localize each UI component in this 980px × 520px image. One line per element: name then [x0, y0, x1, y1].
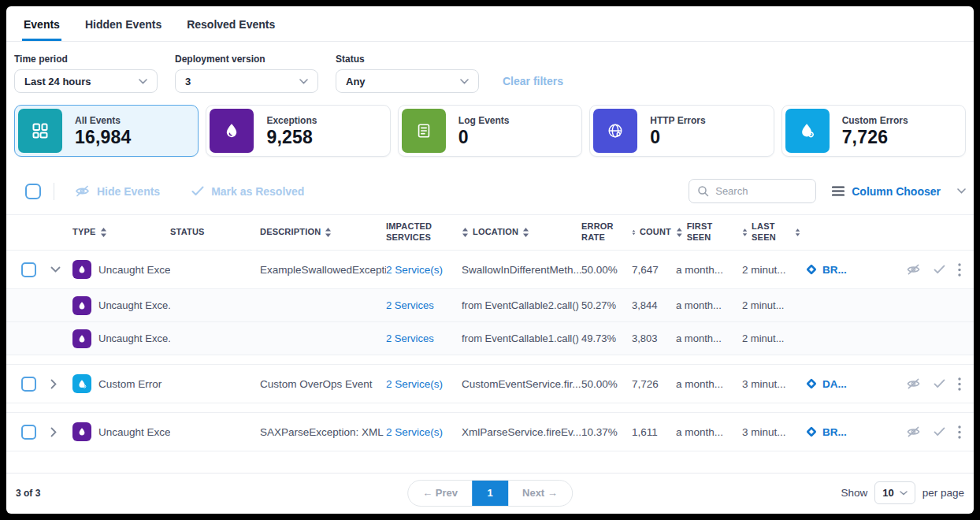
card-value: 16,984	[75, 127, 132, 148]
impacted-services-link[interactable]: 2 Service(s)	[386, 378, 443, 390]
select-all-checkbox[interactable]	[25, 184, 41, 199]
header-location[interactable]: LOCATION	[462, 227, 581, 238]
header-impacted-services[interactable]: IMPACTED SERVICES	[386, 221, 454, 243]
next-page-button[interactable]: Next →	[508, 481, 572, 506]
clear-filters-button[interactable]: Clear filters	[503, 75, 563, 87]
status-value: Any	[346, 76, 366, 87]
header-status[interactable]: STATUS	[170, 227, 260, 238]
time-period-filter: Time period Last 24 hours	[14, 54, 158, 93]
impacted-services-link[interactable]: 2 Service(s)	[386, 426, 443, 438]
log-icon	[402, 109, 446, 153]
ticket-label: BR...	[822, 264, 847, 276]
card-body: Exceptions 9,258	[254, 109, 317, 153]
header-type[interactable]: TYPE	[72, 227, 170, 238]
sort-icon[interactable]	[676, 228, 683, 237]
card-custom-errors[interactable]: Custom Errors 7,726	[781, 105, 966, 157]
jira-icon	[805, 377, 818, 390]
impacted-services-link[interactable]: 2 Services	[386, 332, 434, 344]
sort-icon[interactable]	[795, 228, 800, 237]
event-location: CustomEventService.fir...	[462, 378, 581, 390]
page-size-select[interactable]: 10	[874, 481, 915, 504]
card-body: Log Events 0	[446, 109, 510, 153]
card-http-errors[interactable]: HTTP Errors 0	[589, 105, 774, 157]
card-all-events[interactable]: All Events 16,984	[14, 105, 199, 157]
sort-icon[interactable]	[100, 228, 107, 237]
filter-bar: Time period Last 24 hours Deployment ver…	[6, 42, 974, 103]
time-period-select[interactable]: Last 24 hours	[14, 69, 158, 93]
ticket-link[interactable]: BR...	[805, 425, 865, 438]
row-checkbox[interactable]	[21, 377, 36, 392]
kebab-menu-icon[interactable]	[958, 377, 961, 391]
card-value: 9,258	[266, 127, 317, 148]
tab-hidden-events[interactable]: Hidden Events	[84, 6, 163, 41]
event-count: 1,611	[632, 426, 676, 438]
ticket-link[interactable]: DA...	[805, 377, 865, 390]
flame-icon	[72, 422, 91, 441]
flame-gear-icon	[785, 109, 830, 153]
row-checkbox[interactable]	[21, 262, 36, 277]
eye-off-icon[interactable]	[906, 263, 921, 276]
event-description: SAXParseException: XML d...	[260, 426, 386, 438]
event-type: Uncaught Exce...	[98, 299, 170, 311]
table-row[interactable]: Uncaught Exce... SAXParseException: XML …	[6, 413, 974, 451]
eye-off-icon[interactable]	[906, 377, 921, 390]
ticket-link[interactable]: BR...	[805, 263, 865, 276]
search-icon	[697, 185, 709, 197]
sort-icon[interactable]	[632, 228, 636, 237]
last-seen: 2 minut...	[742, 299, 805, 311]
sort-icon[interactable]	[522, 228, 529, 237]
impacted-services-link[interactable]: 2 Service(s)	[386, 264, 443, 276]
header-error-rate[interactable]: ERROR RATE	[581, 221, 619, 243]
mark-resolved-label: Mark as Resolved	[211, 185, 304, 198]
table-subrow[interactable]: Uncaught Exce... 2 Services from EventCa…	[6, 321, 974, 355]
eye-off-icon[interactable]	[906, 425, 921, 438]
tab-resolved-events[interactable]: Resolved Events	[185, 6, 277, 41]
deployment-version-select[interactable]: 3	[175, 69, 318, 93]
search-input[interactable]	[715, 185, 807, 197]
sort-icon[interactable]	[462, 228, 469, 237]
globe-icon	[593, 109, 637, 153]
check-icon[interactable]	[934, 379, 945, 388]
card-log-events[interactable]: Log Events 0	[398, 105, 582, 157]
page-number-button[interactable]: 1	[472, 480, 508, 507]
header-first-seen[interactable]: FIRST SEEN	[676, 221, 742, 243]
mark-resolved-button[interactable]: Mark as Resolved	[191, 185, 304, 198]
first-seen: a month...	[676, 378, 742, 390]
kebab-menu-icon[interactable]	[958, 425, 961, 439]
eye-off-icon	[75, 184, 90, 198]
chevron-right-icon[interactable]	[50, 427, 66, 437]
sort-icon[interactable]	[742, 228, 748, 237]
chevron-down-icon[interactable]	[50, 266, 66, 273]
tab-events[interactable]: Events	[22, 6, 61, 41]
row-checkbox[interactable]	[21, 425, 36, 440]
header-label: LOCATION	[473, 227, 518, 238]
header-last-seen[interactable]: LAST SEEN	[742, 221, 805, 243]
card-label: All Events	[75, 115, 132, 126]
error-rate: 50.00%	[581, 378, 632, 390]
header-count[interactable]: COUNT	[632, 227, 676, 238]
table-row[interactable]: Uncaught Exce... ExampleSwallowedExcepti…	[6, 251, 974, 288]
hide-events-button[interactable]: Hide Events	[75, 184, 160, 198]
error-rate: 49.73%	[581, 332, 632, 344]
table-toolbar: Hide Events Mark as Resolved Column Choo…	[6, 169, 974, 214]
impacted-services-link[interactable]: 2 Services	[386, 299, 434, 311]
prev-page-button[interactable]: ← Prev	[408, 481, 472, 506]
event-location: from EventCallable1.call()	[462, 332, 581, 344]
header-label: TYPE	[72, 227, 96, 238]
check-icon[interactable]	[934, 427, 945, 436]
sort-icon[interactable]	[325, 228, 332, 237]
chevron-right-icon[interactable]	[50, 379, 66, 389]
column-chooser-button[interactable]: Column Chooser	[832, 185, 966, 198]
status-select[interactable]: Any	[336, 69, 479, 93]
header-description[interactable]: DESCRIPTION	[260, 227, 386, 238]
pagination: ← Prev 1 Next →	[407, 480, 573, 507]
table-row[interactable]: Custom Error Custom OverOps Event 2 Serv…	[6, 365, 974, 403]
event-description: ExampleSwallowedExceptio...	[260, 264, 386, 276]
last-seen: 3 minut...	[742, 426, 805, 438]
table-subrow[interactable]: Uncaught Exce... 2 Services from EventCa…	[6, 288, 974, 321]
kebab-menu-icon[interactable]	[958, 263, 961, 277]
card-exceptions[interactable]: Exceptions 9,258	[206, 105, 390, 157]
event-count: 3,803	[632, 332, 676, 344]
header-label: IMPACTED SERVICES	[386, 221, 449, 243]
check-icon[interactable]	[934, 265, 945, 274]
